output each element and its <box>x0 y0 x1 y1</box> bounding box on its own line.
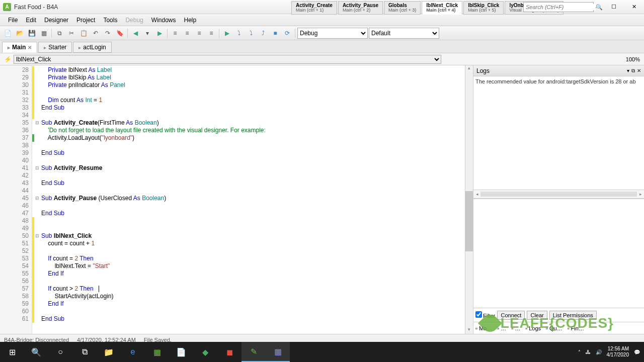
logs-tab-5[interactable]: ▫ Fin… <box>568 325 584 331</box>
back-button[interactable]: ◀ <box>130 28 141 39</box>
search-input[interactable] <box>526 4 596 10</box>
logs-pin-icon[interactable]: ▾ <box>627 68 629 74</box>
cut-button[interactable]: ✂ <box>66 28 77 39</box>
app-button-1[interactable]: ▦ <box>145 342 169 362</box>
bookmark-button[interactable]: 🔖 <box>114 28 125 39</box>
filter-checkbox[interactable]: Filter <box>475 311 495 319</box>
export-button[interactable]: ▦ <box>38 28 49 39</box>
toolbar: 📄 📂 💾 ▦ ⧉ ✂ 📋 ↶ ↷ 🔖 ◀ ▾ ▶ ≡ ≡ ≡ ≡ ▶ ⤵ ⤵ … <box>0 26 644 40</box>
logs-tab-2[interactable]: ▫ … <box>511 325 520 331</box>
zoom-level[interactable]: 100% <box>626 56 640 62</box>
forward-button[interactable]: ▶ <box>154 28 165 39</box>
tray-up-icon[interactable]: ˄ <box>578 349 581 355</box>
indent-button[interactable]: ≡ <box>182 28 193 39</box>
nav-dropdown[interactable]: ▾ <box>142 28 153 39</box>
app-button-4[interactable]: ◼ <box>217 342 242 362</box>
member-dropdown[interactable]: lblNext_Click <box>14 55 441 64</box>
member-icon: ⚡ <box>4 56 12 63</box>
menu-debug[interactable]: Debug <box>121 15 147 25</box>
start-button[interactable]: ⊞ <box>0 342 24 362</box>
nav-tab-3[interactable]: lblNext_ClickMain (ctrl + 4) <box>422 1 462 15</box>
menu-edit[interactable]: Edit <box>22 15 40 25</box>
doc-tab-main[interactable]: ▸ Main ✕ <box>2 42 37 53</box>
clear-button[interactable]: Clear <box>527 311 547 320</box>
logs-title: Logs <box>476 67 490 74</box>
doc-tab-starter[interactable]: ▸ Starter <box>38 42 72 53</box>
step-into-button[interactable]: ⤵ <box>246 28 257 39</box>
step-over-button[interactable]: ⤵ <box>233 28 245 39</box>
window-title: Fast Food - B4A <box>14 4 58 11</box>
app-button-5[interactable]: ▦ <box>266 342 290 362</box>
new-button[interactable]: 📄 <box>2 28 13 39</box>
logs-lower-content <box>473 199 644 308</box>
menu-file[interactable]: File <box>4 15 22 25</box>
nav-tab-4[interactable]: lblSkip_ClickMain (ctrl + 5) <box>463 1 504 15</box>
nav-tab-0[interactable]: Activity_CreateMain (ctrl + 1) <box>291 1 337 15</box>
logs-tab-0[interactable]: ▫ Mo… <box>475 325 492 331</box>
close-button[interactable]: ✕ <box>624 0 644 14</box>
copy-button[interactable]: ⧉ <box>54 28 65 39</box>
edge-button[interactable]: e <box>121 342 145 362</box>
b4a-button[interactable]: ✎ <box>242 342 266 362</box>
uncomment-button[interactable]: ≡ <box>206 28 217 39</box>
taskview-button[interactable]: ⧉ <box>72 342 97 362</box>
logs-tab-3[interactable]: ▫ Logs <box>525 325 541 331</box>
restart-button[interactable]: ⟳ <box>282 28 293 39</box>
save-button[interactable]: 💾 <box>26 28 37 39</box>
cortana-button[interactable]: ○ <box>48 342 72 362</box>
doc-tab-actlogin[interactable]: ▸ actLogin <box>73 42 111 53</box>
undo-button[interactable]: ↶ <box>90 28 101 39</box>
nav-tab-1[interactable]: Activity_PauseMain (ctrl + 2) <box>338 1 383 15</box>
stop-button[interactable]: ■ <box>270 28 281 39</box>
outdent-button[interactable]: ≡ <box>170 28 181 39</box>
redo-button[interactable]: ↷ <box>102 28 113 39</box>
connect-button[interactable]: Connect <box>497 311 525 320</box>
logs-float-icon[interactable]: ⧉ <box>631 68 635 74</box>
taskbar: ⊞ 🔍 ○ ⧉ 📁 e ▦ 📄 ◆ ◼ ✎ ▦ ˄ 🖧 🔊 12:56 AM 4… <box>0 342 644 362</box>
step-out-button[interactable]: ⤴ <box>258 28 269 39</box>
paste-button[interactable]: 📋 <box>78 28 89 39</box>
list-permissions-button[interactable]: List Permissions <box>549 311 597 320</box>
menu-tools[interactable]: Tools <box>99 15 121 25</box>
app-button-2[interactable]: 📄 <box>169 342 193 362</box>
code-editor[interactable]: 2829303132333435363738394041424344454647… <box>0 65 473 334</box>
explorer-button[interactable]: 📁 <box>97 342 121 362</box>
search-icon[interactable]: 🔍 <box>596 4 603 11</box>
logs-tab-1[interactable]: ▫ … <box>497 325 506 331</box>
vertical-scrollbar[interactable]: ▴ ▾ <box>465 65 473 334</box>
search-box[interactable]: 🔍 <box>523 2 594 12</box>
logs-hscroll[interactable]: ◂▸ <box>473 192 644 197</box>
clock[interactable]: 12:56 AM 4/17/2020 <box>607 346 629 358</box>
app-button-3[interactable]: ◆ <box>193 342 217 362</box>
maximize-button[interactable]: ☐ <box>604 0 624 14</box>
logs-tab-4[interactable]: ▫ Qu… <box>546 325 562 331</box>
logs-close-icon[interactable]: ✕ <box>637 68 641 74</box>
open-button[interactable]: 📂 <box>14 28 25 39</box>
tray-volume-icon[interactable]: 🔊 <box>596 349 602 355</box>
menu-windows[interactable]: Windows <box>147 15 180 25</box>
logs-upper-content: The recommended value for android:target… <box>473 76 644 190</box>
nav-tab-2[interactable]: GlobalsMain (ctrl + 3) <box>384 1 421 15</box>
menu-designer[interactable]: Designer <box>40 15 72 25</box>
app-icon: A <box>3 3 11 11</box>
config-select[interactable]: Debug <box>297 28 368 39</box>
target-select[interactable]: Default <box>369 28 439 39</box>
search-button[interactable]: 🔍 <box>24 342 48 362</box>
notifications-icon[interactable]: 💬 <box>634 349 640 355</box>
menu-project[interactable]: Project <box>72 15 99 25</box>
tray-network-icon[interactable]: 🖧 <box>586 349 591 355</box>
run-button[interactable]: ▶ <box>221 28 232 39</box>
comment-button[interactable]: ≡ <box>194 28 205 39</box>
logs-panel: Logs ▾ ⧉ ✕ The recommended value for and… <box>473 65 644 334</box>
menu-help[interactable]: Help <box>180 15 201 25</box>
